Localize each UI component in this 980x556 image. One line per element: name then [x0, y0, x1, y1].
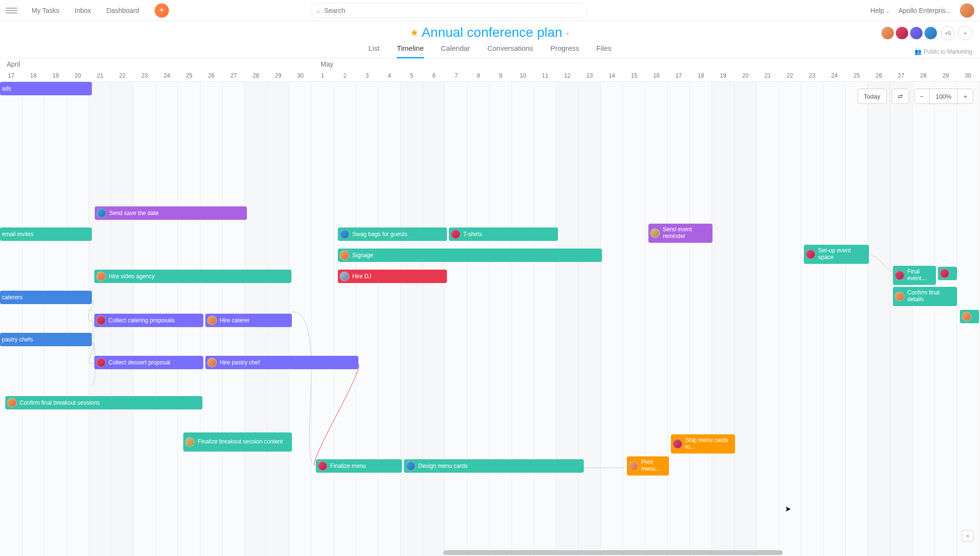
day-cell: 26 [868, 70, 891, 81]
search-input[interactable] [324, 7, 581, 14]
assignee-avatar [451, 229, 460, 239]
assignee-avatar [96, 358, 106, 367]
task-final-event[interactable]: Final event... [893, 266, 936, 285]
horizontal-scrollbar[interactable] [0, 549, 980, 556]
task-ads[interactable]: ads [0, 82, 92, 95]
caret-down-icon[interactable]: ⌄ [565, 29, 570, 36]
task-confirm-breakout[interactable]: Confirm final breakout sessions [5, 396, 202, 409]
day-column [623, 82, 646, 556]
tab-timeline[interactable]: Timeline [397, 44, 423, 58]
day-cell: 21 [89, 70, 111, 81]
day-column [890, 82, 913, 556]
task-misc-2[interactable] [960, 310, 979, 323]
today-button[interactable]: Today [858, 89, 887, 104]
month-label: April [7, 60, 20, 68]
task-save-date[interactable]: Send save the date [95, 206, 247, 220]
day-cell: 25 [846, 70, 868, 81]
menu-icon[interactable] [6, 5, 17, 16]
task-tshirts[interactable]: T-shirts [449, 227, 558, 241]
task-print-menu[interactable]: Print menu... [627, 456, 669, 476]
help-link[interactable]: Help ⌄ [870, 7, 890, 14]
task-email-invites[interactable]: email invites [0, 227, 92, 241]
task-hire-caterer[interactable]: Hire caterer [205, 314, 292, 327]
day-column [445, 82, 468, 556]
day-cell: 26 [200, 70, 223, 81]
assignee-avatar [340, 250, 349, 260]
tab-files[interactable]: Files [596, 44, 612, 58]
day-column [490, 82, 512, 556]
member-overflow[interactable]: +5 [941, 26, 955, 40]
task-video[interactable]: Hire video agency [94, 270, 291, 283]
day-cell: 11 [534, 70, 557, 81]
task-signage[interactable]: Signage [338, 249, 602, 262]
day-column [290, 82, 312, 556]
day-cell: 30 [957, 70, 980, 81]
tab-conversations[interactable]: Conversations [487, 44, 533, 58]
task-collect-catering[interactable]: Collect catering proposals [94, 314, 203, 327]
assignee-avatar [940, 269, 949, 278]
scrollbar-thumb[interactable] [443, 550, 783, 555]
task-pastry-chefs[interactable]: pastry chefs [0, 333, 92, 346]
task-design-cards[interactable]: Design menu cards [404, 459, 584, 473]
zoom-out-button[interactable]: − [914, 89, 930, 104]
project-tabs: List Timeline Calendar Conversations Pro… [0, 44, 980, 58]
add-button[interactable]: + [155, 3, 169, 18]
task-collect-dessert[interactable]: Collect dessert proposal [94, 356, 203, 369]
star-icon[interactable]: ★ [410, 27, 419, 38]
member-avatar[interactable] [909, 26, 924, 40]
day-cell: 28 [245, 70, 267, 81]
day-column [646, 82, 668, 556]
project-title[interactable]: Annual conference plan [422, 25, 562, 40]
zoom-in-button[interactable]: + [957, 89, 973, 104]
task-confirm-final[interactable]: Confirm final details [893, 287, 957, 306]
timeline-controls: Today ⇄ − 100% + [858, 89, 973, 104]
task-setup[interactable]: Set-up event space [804, 245, 869, 264]
nav-dashboard[interactable]: Dashboard [106, 7, 139, 14]
task-reminder[interactable]: Send event reminder [648, 224, 713, 243]
user-avatar[interactable] [960, 3, 974, 18]
assignee-avatar [962, 312, 971, 321]
assignee-avatar [895, 271, 904, 280]
task-hire-pastry[interactable]: Hire pastry chef [205, 356, 358, 369]
nav-my-tasks[interactable]: My Tasks [32, 7, 59, 14]
task-swag[interactable]: Swag bags for guests [338, 227, 447, 241]
member-avatar[interactable] [924, 26, 938, 40]
org-link[interactable]: Apollo Enterpris... [898, 7, 951, 14]
task-finalize-breakout[interactable]: Finalize breakout session content [183, 432, 292, 452]
day-column [801, 82, 824, 556]
member-avatar[interactable] [880, 26, 895, 40]
collapse-button[interactable]: » [962, 530, 973, 542]
day-column [668, 82, 690, 556]
nav-inbox[interactable]: Inbox [75, 7, 91, 14]
filter-button[interactable]: ⇄ [891, 89, 909, 104]
assignee-avatar [895, 292, 904, 301]
day-cell: 1 [312, 70, 334, 81]
search-box[interactable]: ⌕ [310, 3, 588, 18]
tab-progress[interactable]: Progress [550, 44, 579, 58]
day-column [67, 82, 89, 556]
member-avatar[interactable] [895, 26, 909, 40]
day-column [45, 82, 67, 556]
day-cell: 24 [824, 70, 846, 81]
timeline-body[interactable]: Today ⇄ − 100% + ads Send save the date … [0, 82, 980, 556]
task-finalize-menu[interactable]: Finalize menu [316, 459, 402, 473]
task-caterers[interactable]: caterers [0, 291, 92, 304]
month-header: April May [0, 58, 980, 70]
day-column [401, 82, 423, 556]
tab-list[interactable]: List [368, 44, 379, 58]
day-cell: 15 [623, 70, 646, 81]
sliders-icon: ⇄ [898, 93, 903, 100]
tab-calendar[interactable]: Calendar [441, 44, 470, 58]
task-hire-dj[interactable]: Hire DJ [338, 270, 447, 283]
task-misc-1[interactable] [938, 267, 957, 280]
timeline: April May 171819202122232425262728293012… [0, 58, 980, 556]
day-column [22, 82, 45, 556]
day-column [735, 82, 757, 556]
month-label: May [321, 60, 333, 68]
project-permission[interactable]: 👥 Public to Marketing [914, 48, 972, 55]
add-member-button[interactable]: + [958, 26, 972, 40]
day-column [935, 82, 957, 556]
task-ship-menu[interactable]: Ship menu cards to... [671, 434, 735, 454]
day-cell: 27 [890, 70, 913, 81]
day-column [846, 82, 868, 556]
